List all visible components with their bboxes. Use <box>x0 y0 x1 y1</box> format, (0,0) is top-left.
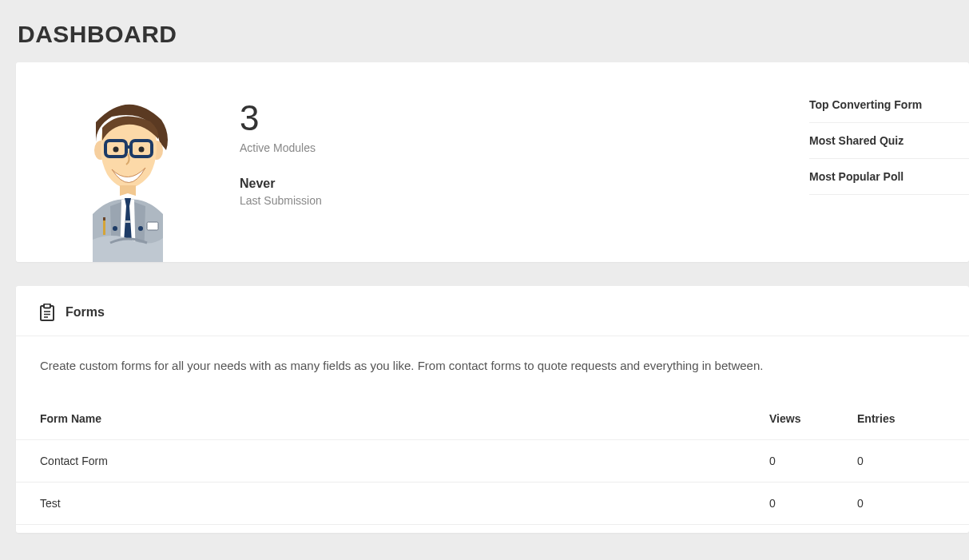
svg-rect-13 <box>103 217 105 220</box>
last-submission-stat: Never Last Submission <box>240 177 809 207</box>
svg-point-10 <box>138 226 143 231</box>
form-views-cell: 0 <box>745 483 857 525</box>
table-row[interactable]: Contact Form 0 0 <box>16 440 969 483</box>
table-row[interactable]: Test 0 0 <box>16 483 969 525</box>
svg-point-5 <box>113 147 119 153</box>
col-entries: Entries <box>857 398 969 440</box>
svg-point-9 <box>113 226 117 231</box>
active-modules-count: 3 <box>240 98 809 138</box>
col-form-name: Form Name <box>16 398 745 440</box>
forms-card: Forms Create custom forms for all your n… <box>16 286 969 533</box>
page-title: DASHBOARD <box>0 0 969 62</box>
side-links: Top Converting Form Most Shared Quiz Mos… <box>809 62 969 262</box>
side-link-most-popular-poll[interactable]: Most Popular Poll <box>809 159 969 195</box>
form-name-cell: Test <box>16 483 745 525</box>
summary-card: 3 Active Modules Never Last Submission T… <box>16 62 969 262</box>
forms-table: Form Name Views Entries Contact Form 0 0… <box>16 398 969 525</box>
active-modules-stat: 3 Active Modules <box>240 98 809 154</box>
svg-rect-11 <box>147 222 158 230</box>
side-link-top-converting-form[interactable]: Top Converting Form <box>809 98 969 123</box>
svg-rect-12 <box>103 219 105 235</box>
avatar-illustration <box>64 94 192 262</box>
col-views: Views <box>745 398 857 440</box>
form-entries-cell: 0 <box>857 483 969 525</box>
active-modules-label: Active Modules <box>240 141 809 154</box>
form-entries-cell: 0 <box>857 440 969 483</box>
svg-rect-8 <box>125 220 131 223</box>
side-link-most-shared-quiz[interactable]: Most Shared Quiz <box>809 123 969 159</box>
last-submission-label: Last Submission <box>240 194 809 207</box>
forms-title: Forms <box>66 305 105 320</box>
stats-column: 3 Active Modules Never Last Submission <box>240 62 809 262</box>
form-name-cell: Contact Form <box>16 440 745 483</box>
svg-rect-15 <box>44 304 50 308</box>
form-views-cell: 0 <box>745 440 857 483</box>
svg-point-6 <box>139 147 145 153</box>
clipboard-icon <box>40 304 54 321</box>
forms-table-header-row: Form Name Views Entries <box>16 398 969 440</box>
forms-description: Create custom forms for all your needs w… <box>16 336 969 380</box>
forms-header: Forms <box>16 286 969 336</box>
last-submission-value: Never <box>240 177 809 191</box>
avatar-column <box>16 62 240 262</box>
